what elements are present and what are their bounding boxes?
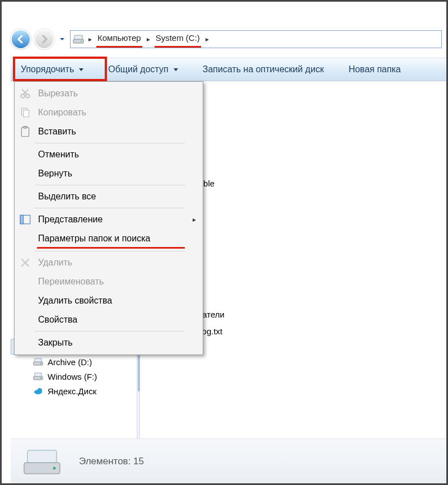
back-button[interactable]: [11, 29, 31, 49]
breadcrumb[interactable]: ▸ Компьютер ▸ System (C:) ▸: [70, 30, 442, 48]
svg-point-23: [21, 94, 25, 98]
menu-label: Выделить все: [38, 192, 96, 202]
breadcrumb-computer[interactable]: Компьютер: [96, 31, 142, 48]
menu-label: Вырезать: [38, 88, 78, 99]
chevron-right-icon: ▸: [203, 35, 211, 43]
svg-rect-27: [21, 127, 29, 137]
menu-label: Удалить свойства: [38, 296, 112, 306]
organize-button[interactable]: Упорядочить: [16, 62, 88, 77]
delete-icon: [19, 257, 31, 269]
layout-icon: [19, 213, 31, 226]
organize-label: Упорядочить: [21, 64, 74, 74]
annotation-underline: [37, 247, 185, 249]
svg-rect-13: [35, 373, 41, 376]
drive-icon: [73, 34, 84, 44]
burn-button[interactable]: Записать на оптический диск: [198, 62, 329, 77]
svg-rect-10: [35, 358, 41, 362]
menu-cut[interactable]: Вырезать: [16, 84, 202, 103]
menu-label: Параметры папок и поиска: [38, 234, 150, 244]
chevron-right-icon: ▸: [144, 35, 152, 43]
menu-undo[interactable]: Отменить: [16, 145, 202, 164]
menu-label: Копировать: [38, 108, 86, 118]
caret-down-icon: [79, 68, 83, 71]
menu-label: Представление: [38, 214, 102, 225]
address-bar: ▸ Компьютер ▸ System (C:) ▸: [11, 22, 442, 57]
svg-point-12: [40, 377, 41, 379]
svg-rect-22: [27, 450, 57, 463]
status-bar: Элементов: 15: [11, 439, 446, 483]
menu-label: Отменить: [38, 150, 79, 160]
menu-paste[interactable]: Вставить: [16, 122, 202, 141]
svg-rect-28: [24, 127, 27, 128]
tree-label: Archive (D:): [48, 357, 92, 367]
svg-rect-30: [20, 215, 24, 223]
svg-point-21: [53, 467, 56, 469]
share-button[interactable]: Общий доступ: [104, 62, 183, 77]
chevron-right-icon: ▸: [193, 216, 196, 223]
menu-folder-options[interactable]: Параметры папок и поиска: [16, 229, 202, 248]
svg-point-9: [40, 363, 41, 364]
cloud-icon: [33, 386, 43, 396]
svg-rect-0: [73, 39, 83, 43]
menu-label: Свойства: [38, 315, 77, 325]
breadcrumb-system-c[interactable]: System (C:): [155, 31, 201, 48]
menu-label: Переименовать: [38, 277, 104, 287]
svg-rect-26: [24, 110, 29, 117]
tree-archive-d[interactable]: Archive (D:): [11, 355, 137, 369]
svg-point-24: [26, 94, 30, 98]
svg-point-2: [81, 41, 82, 42]
chevron-right-icon: ▸: [86, 35, 94, 43]
menu-layout[interactable]: Представление ▸: [16, 210, 202, 229]
svg-point-15: [38, 388, 42, 393]
drive-icon: [33, 357, 43, 367]
scissors-icon: [19, 87, 31, 100]
forward-button[interactable]: [34, 29, 54, 49]
menu-label: Закрыть: [38, 338, 73, 348]
new-folder-button[interactable]: Новая папка: [344, 62, 405, 77]
menu-properties[interactable]: Свойства: [16, 310, 202, 329]
menu-redo[interactable]: Вернуть: [16, 164, 202, 183]
menu-remove-properties[interactable]: Удалить свойства: [16, 291, 202, 310]
paste-icon: [19, 125, 31, 138]
svg-rect-1: [74, 35, 82, 39]
tree-label: Яндекс.Диск: [48, 386, 96, 396]
menu-delete[interactable]: Удалить: [16, 253, 202, 272]
drive-icon: [22, 447, 62, 476]
menu-select-all[interactable]: Выделить все: [16, 187, 202, 206]
new-folder-label: Новая папка: [348, 64, 400, 74]
menu-label: Вставить: [38, 127, 76, 137]
caret-down-icon: [174, 68, 178, 71]
copy-icon: [19, 106, 31, 119]
share-label: Общий доступ: [108, 64, 169, 74]
drive-icon: [33, 371, 43, 381]
status-text: Элементов: 15: [79, 456, 144, 467]
tree-label: Windows (F:): [48, 372, 97, 381]
menu-copy[interactable]: Копировать: [16, 103, 202, 122]
menu-label: Вернуть: [38, 169, 72, 179]
toolbar: Упорядочить Общий доступ Записать на опт…: [11, 58, 446, 81]
organize-menu: Вырезать Копировать Вставить Отменить Ве…: [14, 81, 203, 355]
menu-close[interactable]: Закрыть: [16, 333, 202, 352]
burn-label: Записать на оптический диск: [203, 64, 324, 74]
menu-label: Удалить: [38, 258, 72, 268]
nav-history-dropdown[interactable]: [58, 35, 67, 44]
tree-windows-f[interactable]: Windows (F:): [11, 369, 137, 384]
tree-yandex-disk[interactable]: Яндекс.Диск: [11, 384, 137, 398]
menu-rename[interactable]: Переименовать: [16, 272, 202, 291]
